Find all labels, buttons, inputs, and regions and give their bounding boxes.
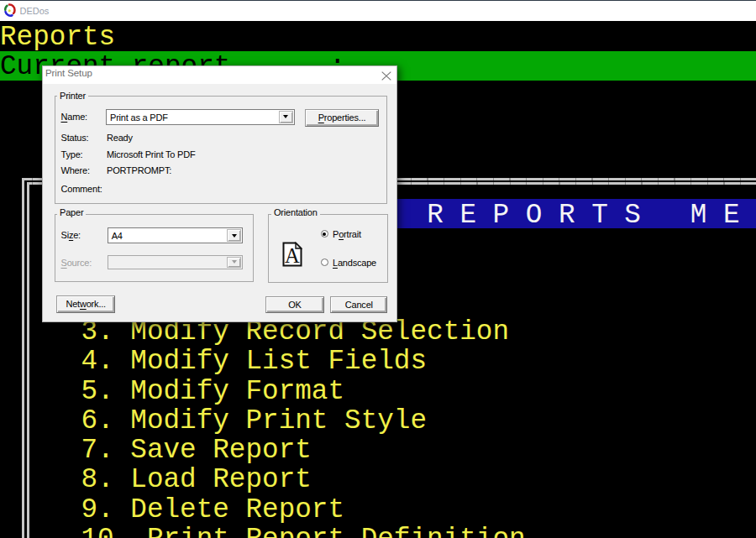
svg-text:A: A xyxy=(285,244,300,267)
